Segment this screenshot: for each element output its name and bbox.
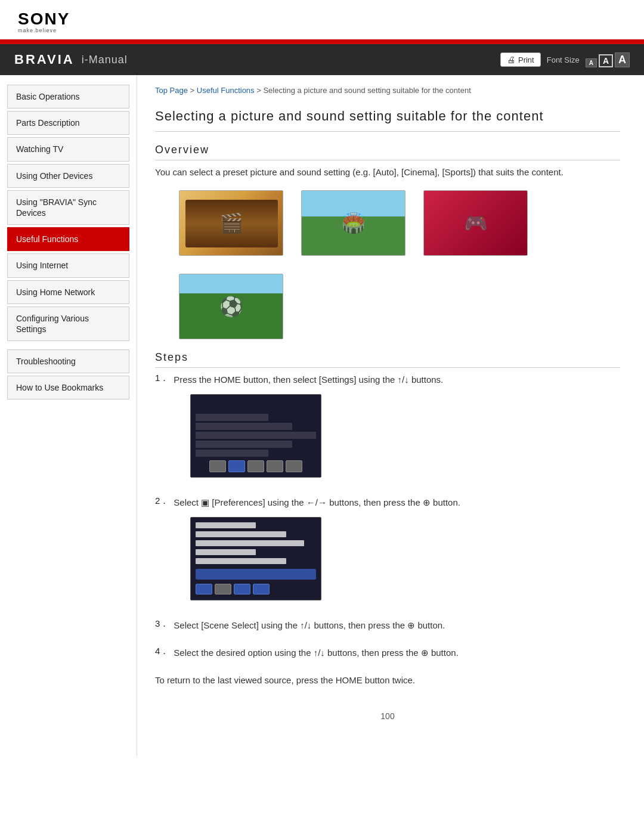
screenshot-text-line [196, 531, 286, 537]
sidebar-item-how-to-bookmarks[interactable]: How to Use Bookmarks [7, 376, 129, 400]
nav-bar: BRAVIA i-Manual 🖨 Print Font Size A A A [0, 44, 644, 75]
overview-text: You can select a preset picture and soun… [155, 165, 620, 179]
screenshot-icon-active [228, 460, 245, 472]
screenshot-text-lines [196, 522, 316, 564]
cinema-image [179, 190, 283, 256]
sports-image [179, 274, 283, 339]
breadcrumb-top-page[interactable]: Top Page [155, 86, 188, 95]
sidebar-item-configuring-settings[interactable]: Configuring Various Settings [7, 306, 129, 341]
breadcrumb-useful-functions[interactable]: Useful Functions [197, 86, 255, 95]
step-2-text: Select ▣ [Preferences] using the ←/→ but… [174, 497, 460, 507]
breadcrumb: Top Page > Useful Functions > Selecting … [155, 85, 620, 97]
page-title: Selecting a picture and sound setting su… [155, 107, 620, 132]
footer-note: To return to the last viewed source, pre… [155, 673, 620, 688]
red-bar [0, 39, 644, 44]
screenshot-icon-active [234, 584, 250, 594]
breadcrumb-sep2: > [255, 86, 264, 95]
screenshot-text-line [196, 540, 304, 546]
content-area: Top Page > Useful Functions > Selecting … [137, 75, 644, 757]
nav-bar-right: 🖨 Print Font Size A A A [500, 52, 630, 67]
sidebar-item-using-home-network[interactable]: Using Home Network [7, 280, 129, 304]
step-1-text: Press the HOME button, then select [Sett… [174, 374, 443, 385]
sidebar: Basic Operations Parts Description Watch… [0, 75, 137, 757]
step-3-num: 3． [155, 618, 169, 630]
screenshot-row [196, 423, 292, 430]
screenshot-text-line [196, 558, 286, 564]
sidebar-item-useful-functions[interactable]: Useful Functions [7, 227, 129, 251]
screenshot-highlight [196, 569, 316, 580]
steps-heading: Steps [155, 351, 620, 368]
sidebar-item-watching-tv[interactable]: Watching TV [7, 137, 129, 161]
print-label: Print [518, 55, 534, 64]
bravia-title: BRAVIA [14, 52, 75, 67]
step-4-num: 4． [155, 646, 169, 657]
sidebar-item-basic-operations[interactable]: Basic Operations [7, 85, 129, 109]
step-1-num: 1． [155, 373, 169, 384]
step-3-text: Select [Scene Select] using the ↑/↓ butt… [174, 618, 445, 633]
sony-tagline: make.believe [18, 27, 57, 33]
font-large-button[interactable]: A [615, 52, 630, 67]
page-number: 100 [155, 711, 620, 733]
top-bar: SONY make.believe [0, 0, 644, 39]
sidebar-item-using-other-devices[interactable]: Using Other Devices [7, 164, 129, 188]
sidebar-divider [0, 343, 137, 349]
sidebar-item-using-bravia-sync[interactable]: Using "BRAVIA" Sync Devices [7, 190, 129, 225]
screenshot-2 [190, 517, 321, 600]
sidebar-item-troubleshooting[interactable]: Troubleshooting [7, 349, 129, 373]
screenshot-row [196, 432, 316, 439]
step-4-text: Select the desired option using the ↑/↓ … [174, 646, 458, 660]
stadium-image [301, 190, 405, 256]
imanual-title: i-Manual [82, 54, 128, 66]
font-small-button[interactable]: A [586, 58, 597, 67]
screenshot-icon [215, 584, 231, 594]
content-images [179, 190, 620, 339]
font-size-buttons: A A A [586, 52, 630, 67]
step-2-num: 2． [155, 496, 169, 507]
step-3: 3． Select [Scene Select] using the ↑/↓ b… [155, 618, 620, 633]
print-icon: 🖨 [507, 55, 515, 64]
font-medium-button[interactable]: A [599, 54, 613, 67]
screenshot-1 [190, 394, 321, 478]
main-layout: Basic Operations Parts Description Watch… [0, 75, 644, 757]
screenshot-row [196, 414, 268, 421]
sidebar-item-using-internet[interactable]: Using Internet [7, 253, 129, 277]
step-4: 4． Select the desired option using the ↑… [155, 646, 620, 660]
sony-logo: SONY make.believe [18, 11, 70, 33]
step-1: 1． Press the HOME button, then select [S… [155, 373, 620, 482]
screenshot-text-line [196, 522, 256, 528]
overview-heading: Overview [155, 144, 620, 160]
screenshot-icon [286, 460, 302, 472]
screenshot-icon [247, 460, 264, 472]
screenshot-row [196, 441, 292, 448]
sidebar-item-parts-description[interactable]: Parts Description [7, 111, 129, 135]
step-2: 2． Select ▣ [Preferences] using the ←/→ … [155, 496, 620, 605]
sony-text: SONY [18, 11, 70, 27]
breadcrumb-sep1: > [188, 86, 197, 95]
screenshot-icon-active [196, 584, 212, 594]
screenshot-icon [267, 460, 283, 472]
screenshot-icon-active [253, 584, 270, 594]
screenshot-bottom-icons [196, 584, 316, 594]
font-size-label: Font Size [547, 55, 580, 64]
screenshot-row [196, 450, 268, 457]
screenshot-icons-1 [196, 460, 316, 472]
screenshot-rows-1 [196, 414, 316, 457]
action-image [423, 190, 528, 256]
screenshot-icon [209, 460, 226, 472]
breadcrumb-current: Selecting a picture and sound setting su… [263, 86, 470, 95]
print-button[interactable]: 🖨 Print [500, 52, 541, 67]
screenshot-text-line [196, 549, 256, 555]
nav-bar-left: BRAVIA i-Manual [14, 52, 128, 67]
